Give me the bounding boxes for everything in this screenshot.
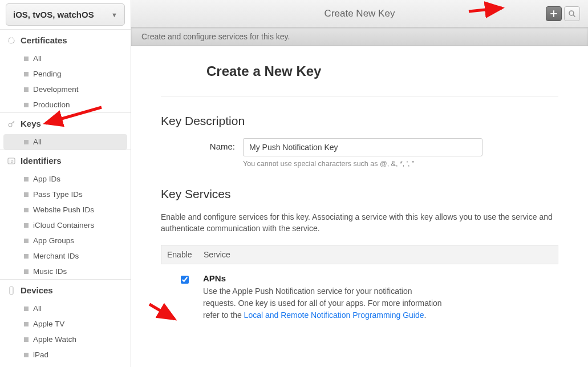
divider xyxy=(161,96,558,97)
item-label: Website Push IDs xyxy=(33,205,94,214)
sidebar-item-devices-all[interactable]: All xyxy=(3,301,127,316)
section-devices: Devices All Apple TV Apple Watch iPad xyxy=(0,279,131,362)
col-service: Service xyxy=(204,250,552,259)
certificates-label: Certificates xyxy=(21,35,67,45)
services-header-row: Enable Service xyxy=(161,245,558,264)
topbar: Create New Key xyxy=(131,0,588,27)
name-label: Name: xyxy=(161,138,235,151)
name-hint: You cannot use special characters such a… xyxy=(243,160,482,168)
key-name-input[interactable] xyxy=(243,138,482,156)
bullet-icon xyxy=(24,192,29,197)
subtitle-bar: Create and configure services for this k… xyxy=(131,27,588,46)
section-title-key-description: Key Description xyxy=(161,114,558,128)
section-keys: Keys All xyxy=(0,112,131,150)
item-label: Apple TV xyxy=(33,320,64,328)
sidebar-item-icloud-containers[interactable]: iCloud Containers xyxy=(3,217,127,233)
sidebar-item-cert-all[interactable]: All xyxy=(3,51,127,66)
search-button[interactable] xyxy=(564,6,580,21)
devices-label: Devices xyxy=(21,285,53,295)
svg-point-0 xyxy=(9,38,14,43)
svg-rect-4 xyxy=(10,287,13,294)
item-label: All xyxy=(33,54,42,63)
sidebar-item-devices-applewatch[interactable]: Apple Watch xyxy=(3,332,127,347)
apns-name: APNs xyxy=(203,273,553,283)
bullet-icon xyxy=(24,239,29,243)
bullet-icon xyxy=(24,177,29,182)
bullet-icon xyxy=(24,103,29,107)
item-label: Apple Watch xyxy=(33,335,76,344)
sidebar-item-pass-type-ids[interactable]: Pass Type IDs xyxy=(3,187,127,202)
bullet-icon xyxy=(24,269,29,274)
caret-down-icon: ▼ xyxy=(111,11,117,18)
content: Create a New Key Key Description Name: Y… xyxy=(131,46,588,367)
sidebar: iOS, tvOS, watchOS ▼ Certificates All Pe… xyxy=(0,0,131,367)
bullet-icon xyxy=(24,223,29,228)
page-heading: Create a New Key xyxy=(206,63,558,79)
bullet-icon xyxy=(24,254,29,259)
section-header-keys[interactable]: Keys xyxy=(0,113,131,134)
sidebar-item-devices-ipad[interactable]: iPad xyxy=(3,347,127,362)
sidebar-item-website-push-ids[interactable]: Website Push IDs xyxy=(3,202,127,217)
sidebar-item-cert-pending[interactable]: Pending xyxy=(3,66,127,82)
apns-checkbox[interactable] xyxy=(181,276,189,284)
plus-icon xyxy=(550,10,558,18)
bullet-icon xyxy=(24,306,29,311)
section-identifiers: ID Identifiers App IDs Pass Type IDs Web… xyxy=(0,150,131,279)
device-icon xyxy=(7,286,16,295)
sidebar-item-music-ids[interactable]: Music IDs xyxy=(3,264,127,279)
sidebar-item-app-groups[interactable]: App Groups xyxy=(3,233,127,248)
service-row-apns: APNs Use the Apple Push Notification ser… xyxy=(161,264,558,330)
bullet-icon xyxy=(24,87,29,92)
platform-selector[interactable]: iOS, tvOS, watchOS ▼ xyxy=(6,3,125,26)
bullet-icon xyxy=(24,353,29,357)
bullet-icon xyxy=(24,337,29,342)
services-table: Enable Service APNs Use the Apple Push N… xyxy=(161,245,558,330)
item-label: iCloud Containers xyxy=(33,221,94,229)
apns-description: Use the Apple Push Notification service … xyxy=(203,285,443,321)
apns-desc-post: . xyxy=(424,310,427,320)
page-title: Create New Key xyxy=(325,8,395,19)
item-label: iPad xyxy=(33,350,48,359)
sidebar-item-app-ids[interactable]: App IDs xyxy=(3,171,127,187)
key-services-description: Enable and configure services for this k… xyxy=(161,211,558,235)
bullet-icon xyxy=(24,208,29,212)
sidebar-item-devices-appletv[interactable]: Apple TV xyxy=(3,316,127,332)
section-title-key-services: Key Services xyxy=(161,187,558,201)
item-label: App Groups xyxy=(33,236,74,245)
item-label: Development xyxy=(33,85,79,94)
sidebar-item-cert-development[interactable]: Development xyxy=(3,82,127,97)
item-label: Music IDs xyxy=(33,267,67,276)
section-header-devices[interactable]: Devices xyxy=(0,280,131,301)
certificate-icon xyxy=(7,36,16,45)
item-label: App IDs xyxy=(33,175,60,183)
col-enable: Enable xyxy=(167,250,204,259)
apns-guide-link[interactable]: Local and Remote Notification Programmin… xyxy=(244,310,424,320)
sidebar-item-cert-production[interactable]: Production xyxy=(3,97,127,112)
section-header-identifiers[interactable]: ID Identifiers xyxy=(0,150,131,171)
name-row: Name: You cannot use special characters … xyxy=(161,138,558,168)
item-label: All xyxy=(33,304,42,313)
bullet-icon xyxy=(24,322,29,326)
section-header-certificates[interactable]: Certificates xyxy=(0,30,131,51)
keys-label: Keys xyxy=(21,119,41,128)
item-label: Pass Type IDs xyxy=(33,190,83,199)
add-button[interactable] xyxy=(546,6,562,21)
item-label: Merchant IDs xyxy=(33,252,79,260)
bullet-icon xyxy=(24,57,29,61)
section-certificates: Certificates All Pending Development Pro… xyxy=(0,29,131,112)
item-label: All xyxy=(33,138,42,146)
sidebar-item-keys-all[interactable]: All xyxy=(3,134,127,150)
bullet-icon xyxy=(24,140,29,144)
id-icon: ID xyxy=(7,156,16,166)
key-icon xyxy=(7,119,16,128)
main: Create New Key Create and configure serv… xyxy=(131,0,588,367)
bullet-icon xyxy=(24,72,29,76)
item-label: Pending xyxy=(33,70,62,78)
sidebar-item-merchant-ids[interactable]: Merchant IDs xyxy=(3,248,127,264)
svg-text:ID: ID xyxy=(10,159,14,163)
platform-label: iOS, tvOS, watchOS xyxy=(13,10,94,19)
search-icon xyxy=(568,10,576,18)
identifiers-label: Identifiers xyxy=(21,156,62,166)
item-label: Production xyxy=(33,100,70,109)
